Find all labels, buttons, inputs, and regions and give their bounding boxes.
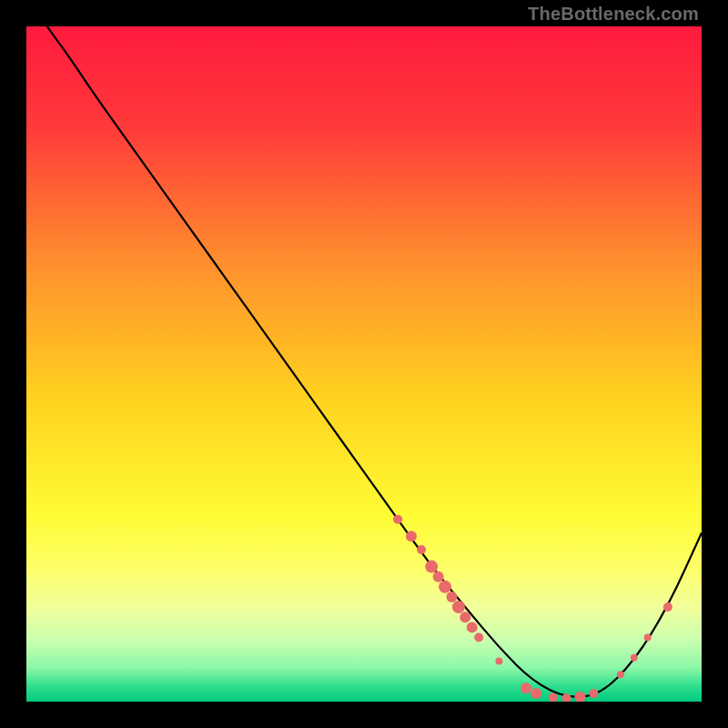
data-point-marker: [663, 602, 672, 612]
data-point-marker: [467, 622, 478, 632]
data-point-marker: [531, 688, 541, 699]
data-point-marker: [425, 561, 438, 573]
watermark-label: TheBottleneck.com: [528, 4, 699, 25]
data-point-marker: [474, 633, 483, 642]
data-point-marker: [495, 657, 502, 664]
chart-frame: [26, 26, 702, 702]
data-point-marker: [446, 592, 457, 602]
data-point-marker: [393, 515, 402, 524]
data-point-marker: [631, 654, 638, 662]
data-point-marker: [617, 671, 624, 678]
data-point-marker: [433, 571, 444, 582]
data-point-marker: [644, 634, 652, 642]
data-point-marker: [460, 612, 470, 622]
data-point-marker: [452, 601, 465, 613]
data-point-marker: [521, 682, 531, 693]
data-point-marker: [417, 545, 426, 554]
data-point-marker: [439, 581, 451, 593]
bottleneck-chart: [26, 26, 702, 702]
data-point-marker: [589, 689, 598, 698]
data-point-marker: [406, 531, 417, 541]
gradient-background: [26, 26, 702, 702]
